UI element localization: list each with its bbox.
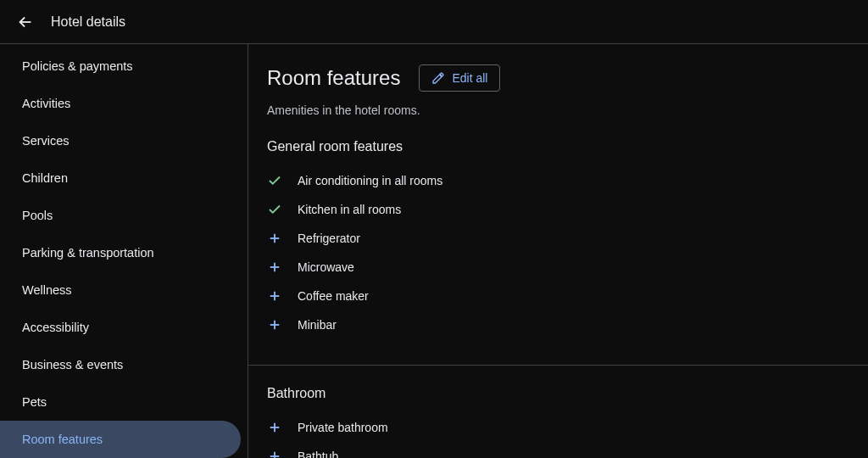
feature-row: Bathtub	[267, 442, 868, 458]
arrow-left-icon	[16, 13, 35, 31]
sidebar-item[interactable]: Policies & payments	[0, 47, 241, 85]
feature-row: Private bathroom	[267, 413, 868, 442]
sidebar-item-label: Room features	[22, 433, 103, 446]
sidebar-item[interactable]: Children	[0, 159, 241, 197]
check-icon	[267, 173, 282, 188]
plus-icon	[267, 288, 282, 304]
sidebar-item-label: Pools	[22, 209, 53, 222]
header-title: Hotel details	[51, 14, 125, 30]
sidebar-item-label: Parking & transportation	[22, 246, 154, 260]
feature-label: Coffee maker	[298, 289, 369, 303]
section-divider	[248, 365, 868, 366]
status-add-icon[interactable]	[267, 449, 282, 458]
header: Hotel details	[0, 0, 868, 44]
sidebar-item-label: Policies & payments	[22, 59, 133, 73]
layout: Policies & paymentsActivitiesServicesChi…	[0, 44, 868, 458]
feature-row: Microwave	[267, 253, 868, 282]
feature-label: Minibar	[298, 318, 337, 332]
status-add-icon[interactable]	[267, 260, 282, 275]
feature-label: Kitchen in all rooms	[298, 203, 401, 216]
main: Room features Edit all Amenities in the …	[248, 44, 868, 458]
feature-label: Microwave	[298, 260, 354, 274]
sidebar-item-label: Accessibility	[22, 321, 89, 334]
sidebar-item-label: Wellness	[22, 283, 72, 297]
feature-row: Air conditioning in all rooms	[267, 166, 868, 195]
sidebar-item-label: Services	[22, 134, 70, 148]
sidebar-item[interactable]: Business & events	[0, 346, 241, 383]
sidebar-item[interactable]: Wellness	[0, 271, 241, 309]
status-add-icon[interactable]	[267, 231, 282, 246]
sidebar-item-label: Pets	[22, 395, 47, 409]
feature-row: Kitchen in all rooms	[267, 195, 868, 224]
plus-icon	[267, 260, 282, 275]
sidebar-item-label: Children	[22, 171, 68, 185]
sidebar-item[interactable]: Pools	[0, 197, 241, 234]
sidebar-item[interactable]: Room features	[0, 421, 241, 458]
plus-icon	[267, 231, 282, 246]
sidebar: Policies & paymentsActivitiesServicesChi…	[0, 44, 248, 458]
back-button[interactable]	[15, 12, 36, 32]
pencil-icon	[431, 71, 445, 85]
status-add-icon[interactable]	[267, 288, 282, 304]
status-enabled-icon	[267, 202, 282, 217]
plus-icon	[267, 420, 282, 435]
page-subtitle: Amenities in the hotel rooms.	[248, 98, 868, 117]
status-add-icon[interactable]	[267, 317, 282, 332]
sidebar-item-label: Business & events	[22, 358, 123, 371]
main-header-row: Room features Edit all	[248, 44, 868, 98]
plus-icon	[267, 449, 282, 458]
section: BathroomPrivate bathroomBathtubShower	[248, 386, 868, 458]
feature-label: Air conditioning in all rooms	[298, 174, 442, 187]
check-icon	[267, 202, 282, 217]
page-title: Room features	[267, 66, 400, 90]
sidebar-item[interactable]: Activities	[0, 85, 241, 122]
feature-label: Refrigerator	[298, 232, 360, 245]
sidebar-item[interactable]: Accessibility	[0, 309, 241, 346]
sections-container: General room featuresAir conditioning in…	[248, 117, 868, 458]
section-title: Bathroom	[267, 386, 868, 401]
feature-row: Coffee maker	[267, 282, 868, 310]
sidebar-item[interactable]: Services	[0, 122, 241, 159]
feature-label: Private bathroom	[298, 421, 388, 434]
plus-icon	[267, 317, 282, 332]
status-add-icon[interactable]	[267, 420, 282, 435]
feature-label: Bathtub	[298, 450, 338, 458]
section-title: General room features	[267, 139, 868, 154]
edit-all-button[interactable]: Edit all	[419, 64, 500, 92]
sidebar-item[interactable]: Pets	[0, 383, 241, 421]
sidebar-item[interactable]: Parking & transportation	[0, 234, 241, 271]
feature-row: Refrigerator	[267, 224, 868, 253]
section: General room featuresAir conditioning in…	[248, 117, 868, 356]
sidebar-item-label: Activities	[22, 97, 70, 110]
status-enabled-icon	[267, 173, 282, 188]
edit-all-label: Edit all	[452, 71, 487, 85]
feature-row: Minibar	[267, 310, 868, 339]
